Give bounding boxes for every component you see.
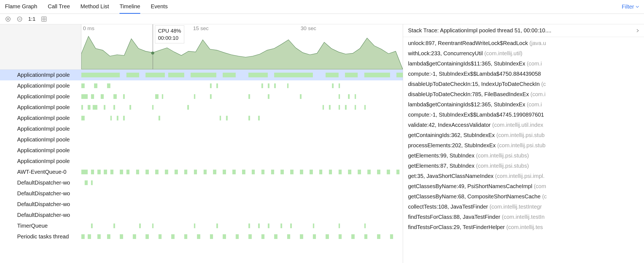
activity-bar <box>319 170 323 174</box>
activity-bar <box>191 73 216 77</box>
activity-bar <box>248 234 252 239</box>
stack-frame[interactable]: getClassesByName:49, PsiShortNamesCacheI… <box>403 181 644 191</box>
activity-bar <box>210 94 212 99</box>
activity-bar <box>81 234 85 239</box>
thread-label: ApplicationImpl poole <box>0 115 81 121</box>
activity-bar <box>117 116 118 120</box>
stack-frame[interactable]: validate:42, IndexAccessValidator (com.i… <box>403 120 644 130</box>
thread-label: ApplicationImpl poole <box>0 147 81 154</box>
zoom-ratio-button[interactable]: 1:1 <box>28 16 35 22</box>
activity-bar <box>210 83 212 88</box>
thread-row[interactable]: ApplicationImpl poole <box>0 113 403 123</box>
thread-activity-track <box>81 199 403 210</box>
tab-events[interactable]: Events <box>151 0 168 14</box>
stack-frame-package: (com.intellij.util) <box>484 50 523 56</box>
stack-frame[interactable]: unlock:897, ReentrantReadWriteLock$ReadL… <box>403 38 644 48</box>
activity-bar <box>300 170 303 174</box>
thread-activity-track <box>81 70 403 80</box>
stack-frame[interactable]: findTestsForClass:29, TestFinderHelper (… <box>403 222 644 232</box>
stack-frame[interactable]: get:35, JavaShortClassNameIndex (com.int… <box>403 171 644 181</box>
thread-activity-track <box>81 145 403 156</box>
thread-row[interactable]: ApplicationImpl poole <box>0 123 403 134</box>
thread-row[interactable]: Periodic tasks thread <box>0 231 403 242</box>
thread-label: Periodic tasks thread <box>0 233 81 240</box>
stack-frame[interactable]: withLock:233, ConcurrencyUtil (com.intel… <box>403 48 644 59</box>
activity-bar <box>348 94 350 99</box>
tab-flame-graph[interactable]: Flame Graph <box>5 0 37 14</box>
activity-bar <box>81 105 83 110</box>
activity-bar <box>107 234 110 239</box>
thread-row[interactable]: ApplicationImpl poole <box>0 102 403 113</box>
stack-trace-title: Stack Trace: ApplicationImpl pooled thre… <box>408 27 551 34</box>
activity-bar <box>97 234 101 239</box>
zoom-out-button[interactable] <box>17 16 23 22</box>
stack-frame[interactable]: compute:-1, StubIndexEx$$Lambda$4750.884… <box>403 69 644 79</box>
chevron-down-icon <box>636 6 639 8</box>
activity-bar <box>339 83 340 88</box>
thread-row[interactable]: ApplicationImpl poole <box>0 156 403 167</box>
stack-frame[interactable]: collectTests:108, JavaTestFinder (com.in… <box>403 202 644 212</box>
thread-label: ApplicationImpl poole <box>0 104 81 111</box>
stack-frame-method: withLock:233, ConcurrencyUtil <box>408 50 484 56</box>
tab-method-list[interactable]: Method List <box>80 0 109 14</box>
thread-row[interactable]: DefaultDispatcher-wo <box>0 210 403 220</box>
stack-frame[interactable]: getElements:87, StubIndex (com.intellij.… <box>403 161 644 171</box>
activity-bar <box>390 234 393 239</box>
activity-bar <box>268 94 269 99</box>
tab-timeline[interactable]: Timeline <box>120 0 140 14</box>
zoom-in-button[interactable] <box>5 16 11 22</box>
activity-bar <box>242 170 245 174</box>
thread-row[interactable]: TimerQueue <box>0 220 403 231</box>
activity-bar <box>274 83 276 88</box>
stack-frame-package: (com.intellij.testIntegr <box>490 204 542 210</box>
time-cursor-dot[interactable] <box>151 51 154 54</box>
stack-frame-method: getContainingIds:362, StubIndexEx <box>408 132 496 138</box>
thread-row[interactable]: ApplicationImpl poole <box>0 80 403 91</box>
thread-row[interactable]: AWT-EventQueue-0 <box>0 167 403 177</box>
stack-frame[interactable]: getContainingIds:362, StubIndexEx (com.i… <box>403 130 644 140</box>
activity-bar <box>107 83 110 88</box>
activity-bar <box>113 105 115 110</box>
activity-bar <box>197 234 200 239</box>
activity-bar <box>113 94 117 99</box>
grid-toggle-button[interactable] <box>41 16 47 22</box>
thread-row[interactable]: ApplicationImpl poole <box>0 91 403 102</box>
activity-bar <box>329 170 332 174</box>
stack-frame-package: (com.intellij.psi.stubs) <box>476 152 529 159</box>
thread-label: ApplicationImpl poole <box>0 126 81 132</box>
activity-bar <box>358 170 361 174</box>
tabs-bar: Flame Graph Call Tree Method List Timeli… <box>0 0 644 14</box>
chevron-right-icon[interactable] <box>636 29 639 33</box>
thread-row[interactable]: DefaultDispatcher-wo <box>0 199 403 210</box>
filter-dropdown[interactable]: Filter <box>622 4 639 10</box>
stack-frame[interactable]: compute:-1, StubIndexEx$$Lambda$4745.199… <box>403 110 644 120</box>
chart-body[interactable]: 0 ms 15 sec 30 sec CPU 48% 00:00:10 <box>81 24 403 69</box>
stack-frame[interactable]: disableUpToDateCheckIn:785, FileBasedInd… <box>403 89 644 99</box>
activity-bar <box>364 105 366 110</box>
thread-row[interactable]: DefaultDispatcher-wo <box>0 177 403 188</box>
stack-frame[interactable]: getClassesByName:68, CompositeShortNames… <box>403 191 644 202</box>
cpu-area-chart <box>81 35 403 69</box>
stack-frame[interactable]: processElements:202, StubIndexEx (com.in… <box>403 140 644 151</box>
tab-call-tree[interactable]: Call Tree <box>48 0 70 14</box>
stack-frame[interactable]: lambda$getContainingIds$11:365, StubInde… <box>403 59 644 69</box>
activity-bar <box>287 83 289 88</box>
stack-frame[interactable]: getElements:99, StubIndex (com.intellij.… <box>403 151 644 161</box>
activity-bar <box>223 73 235 77</box>
time-cursor-line[interactable] <box>153 24 153 69</box>
stack-frame[interactable]: lambda$getContainingIds$12:365, StubInde… <box>403 99 644 110</box>
activity-bar <box>81 116 85 120</box>
activity-bar <box>281 223 282 228</box>
stack-frame-package: (com.intellij.psi.impl. <box>495 173 545 179</box>
thread-row[interactable]: ApplicationImpl poole <box>0 145 403 156</box>
thread-label: ApplicationImpl poole <box>0 72 81 78</box>
thread-row[interactable]: ApplicationImpl poole <box>0 70 403 80</box>
thread-row[interactable]: DefaultDispatcher-wo <box>0 188 403 199</box>
activity-bar <box>248 94 250 99</box>
activity-bar <box>236 234 239 239</box>
thread-row[interactable]: ApplicationImpl poole <box>0 134 403 145</box>
activity-bar <box>348 170 351 174</box>
stack-frame[interactable]: disableUpToDateCheckIn:15, IndexUpToDate… <box>403 79 644 89</box>
activity-bar <box>126 170 130 174</box>
stack-frame[interactable]: findTestsForClass:88, JavaTestFinder (co… <box>403 212 644 222</box>
